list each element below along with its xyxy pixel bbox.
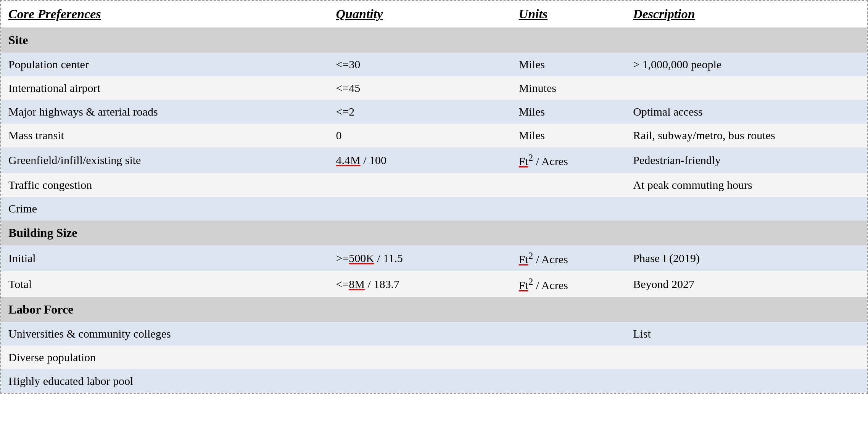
preference-cell: Universities & community colleges <box>1 322 329 346</box>
table-row: Site <box>1 28 867 53</box>
preference-cell: Population center <box>1 53 329 76</box>
units-cell: Miles <box>511 53 626 76</box>
section-header: Site <box>1 28 867 53</box>
table-row: Population center<=30Miles> 1,000,000 pe… <box>1 53 867 76</box>
header-row: Core Preferences Quantity Units Descript… <box>1 1 867 28</box>
quantity-cell <box>329 346 511 369</box>
table-row: Labor Force <box>1 297 867 322</box>
preferences-table: Core Preferences Quantity Units Descript… <box>1 1 867 393</box>
table-row: Crime <box>1 197 867 220</box>
table-row: Major highways & arterial roads<=2MilesO… <box>1 100 867 124</box>
description-cell: > 1,000,000 people <box>625 53 867 76</box>
description-cell: Rail, subway/metro, bus routes <box>625 124 867 147</box>
units-cell <box>511 346 626 369</box>
quantity-cell: <=8M / 183.7 <box>329 271 511 297</box>
description-cell: Optimal access <box>625 100 867 124</box>
quantity-cell: >=500K / 11.5 <box>329 245 511 271</box>
header-units: Units <box>511 1 626 28</box>
table-row: Initial>=500K / 11.5Ft2 / AcresPhase I (… <box>1 245 867 271</box>
table-row: Greenfield/infill/existing site4.4M / 10… <box>1 147 867 173</box>
description-cell: Beyond 2027 <box>625 271 867 297</box>
quantity-cell <box>329 197 511 220</box>
description-cell <box>625 369 867 393</box>
header-description: Description <box>625 1 867 28</box>
quantity-cell: 0 <box>329 124 511 147</box>
section-header: Building Size <box>1 220 867 245</box>
preference-cell: Diverse population <box>1 346 329 369</box>
units-cell: Ft2 / Acres <box>511 147 626 173</box>
description-cell <box>625 76 867 100</box>
quantity-cell: <=45 <box>329 76 511 100</box>
units-cell: Ft2 / Acres <box>511 271 626 297</box>
table-row: Universities & community collegesList <box>1 322 867 346</box>
preference-cell: Greenfield/infill/existing site <box>1 147 329 173</box>
preference-cell: Traffic congestion <box>1 173 329 197</box>
units-cell: Miles <box>511 124 626 147</box>
quantity-cell <box>329 322 511 346</box>
table-row: Traffic congestionAt peak commuting hour… <box>1 173 867 197</box>
quantity-cell <box>329 369 511 393</box>
table-row: Mass transit0MilesRail, subway/metro, bu… <box>1 124 867 147</box>
quantity-cell: <=2 <box>329 100 511 124</box>
units-cell <box>511 322 626 346</box>
quantity-cell <box>329 173 511 197</box>
header-quantity: Quantity <box>329 1 511 28</box>
units-cell: Ft2 / Acres <box>511 245 626 271</box>
table-row: Building Size <box>1 220 867 245</box>
units-cell: Minutes <box>511 76 626 100</box>
main-table-container: Core Preferences Quantity Units Descript… <box>0 0 868 394</box>
description-cell <box>625 197 867 220</box>
description-cell <box>625 346 867 369</box>
units-cell <box>511 197 626 220</box>
description-cell: Phase I (2019) <box>625 245 867 271</box>
preference-cell: Major highways & arterial roads <box>1 100 329 124</box>
table-row: Total<=8M / 183.7Ft2 / AcresBeyond 2027 <box>1 271 867 297</box>
preference-cell: International airport <box>1 76 329 100</box>
table-row: Highly educated labor pool <box>1 369 867 393</box>
preference-cell: Crime <box>1 197 329 220</box>
section-header: Labor Force <box>1 297 867 322</box>
quantity-cell: 4.4M / 100 <box>329 147 511 173</box>
quantity-cell: <=30 <box>329 53 511 76</box>
preference-cell: Mass transit <box>1 124 329 147</box>
table-row: Diverse population <box>1 346 867 369</box>
table-row: International airport<=45Minutes <box>1 76 867 100</box>
description-cell: At peak commuting hours <box>625 173 867 197</box>
description-cell: Pedestrian-friendly <box>625 147 867 173</box>
units-cell: Miles <box>511 100 626 124</box>
preference-cell: Total <box>1 271 329 297</box>
header-preference: Core Preferences <box>1 1 329 28</box>
preference-cell: Initial <box>1 245 329 271</box>
units-cell <box>511 369 626 393</box>
units-cell <box>511 173 626 197</box>
preference-cell: Highly educated labor pool <box>1 369 329 393</box>
description-cell: List <box>625 322 867 346</box>
